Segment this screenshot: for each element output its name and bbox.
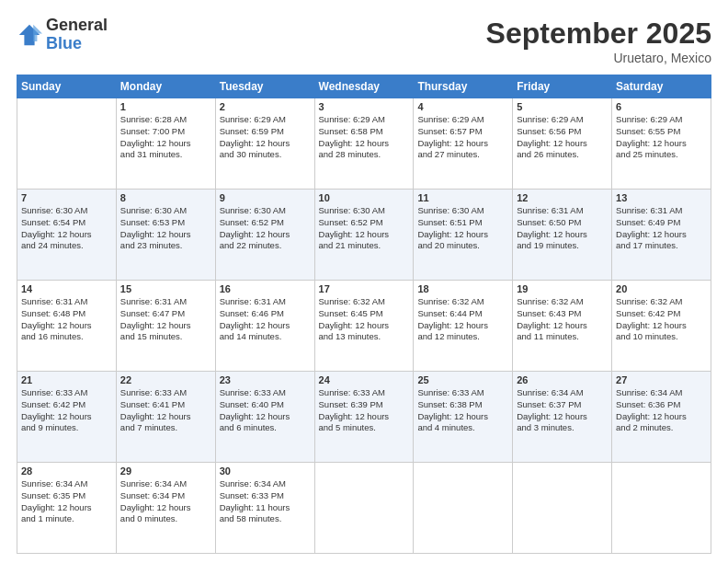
weekday-header-sunday: Sunday	[17, 75, 117, 98]
day-number: 26	[517, 374, 608, 385]
calendar-cell: 2Sunrise: 6:29 AM Sunset: 6:59 PM Daylig…	[215, 98, 314, 190]
calendar-cell: 8Sunrise: 6:30 AM Sunset: 6:53 PM Daylig…	[116, 190, 215, 281]
day-number: 11	[417, 192, 508, 203]
day-number: 10	[319, 192, 410, 203]
cell-content: Sunrise: 6:29 AM Sunset: 6:58 PM Dayligh…	[319, 114, 410, 161]
cell-content: Sunrise: 6:32 AM Sunset: 6:44 PM Dayligh…	[417, 296, 508, 343]
weekday-header-saturday: Saturday	[612, 75, 711, 98]
cell-content: Sunrise: 6:31 AM Sunset: 6:50 PM Dayligh…	[517, 205, 608, 252]
calendar-cell: 26Sunrise: 6:34 AM Sunset: 6:37 PM Dayli…	[513, 372, 612, 463]
calendar-cell	[612, 463, 711, 554]
calendar: SundayMondayTuesdayWednesdayThursdayFrid…	[17, 75, 711, 554]
calendar-cell: 23Sunrise: 6:33 AM Sunset: 6:40 PM Dayli…	[215, 372, 314, 463]
location-subtitle: Uruetaro, Mexico	[486, 51, 711, 65]
day-number: 23	[220, 374, 311, 385]
weekday-row: SundayMondayTuesdayWednesdayThursdayFrid…	[17, 75, 711, 98]
logo-general-text: General	[46, 17, 108, 35]
calendar-header: SundayMondayTuesdayWednesdayThursdayFrid…	[17, 75, 711, 98]
calendar-cell: 15Sunrise: 6:31 AM Sunset: 6:47 PM Dayli…	[116, 281, 215, 372]
calendar-cell	[414, 463, 513, 554]
day-number: 12	[517, 192, 608, 203]
day-number: 16	[220, 283, 311, 294]
calendar-cell: 18Sunrise: 6:32 AM Sunset: 6:44 PM Dayli…	[414, 281, 513, 372]
calendar-cell	[17, 98, 117, 190]
calendar-cell: 6Sunrise: 6:29 AM Sunset: 6:55 PM Daylig…	[612, 98, 711, 190]
svg-marker-1	[33, 25, 42, 41]
day-number: 6	[616, 101, 707, 112]
calendar-cell: 1Sunrise: 6:28 AM Sunset: 7:00 PM Daylig…	[116, 98, 215, 190]
calendar-cell: 20Sunrise: 6:32 AM Sunset: 6:42 PM Dayli…	[612, 281, 711, 372]
day-number: 27	[616, 374, 707, 385]
cell-content: Sunrise: 6:32 AM Sunset: 6:45 PM Dayligh…	[319, 296, 410, 343]
cell-content: Sunrise: 6:29 AM Sunset: 6:59 PM Dayligh…	[220, 114, 311, 161]
calendar-cell: 29Sunrise: 6:34 AM Sunset: 6:34 PM Dayli…	[116, 463, 215, 554]
day-number: 8	[120, 192, 211, 203]
calendar-cell	[314, 463, 414, 554]
day-number: 15	[120, 283, 211, 294]
cell-content: Sunrise: 6:32 AM Sunset: 6:42 PM Dayligh…	[616, 296, 707, 343]
calendar-table: SundayMondayTuesdayWednesdayThursdayFrid…	[17, 75, 711, 554]
weekday-header-friday: Friday	[513, 75, 612, 98]
day-number: 24	[319, 374, 410, 385]
calendar-cell: 13Sunrise: 6:31 AM Sunset: 6:49 PM Dayli…	[612, 190, 711, 281]
day-number: 14	[21, 283, 112, 294]
day-number: 5	[517, 101, 608, 112]
calendar-cell: 25Sunrise: 6:33 AM Sunset: 6:38 PM Dayli…	[414, 372, 513, 463]
week-row-1: 7Sunrise: 6:30 AM Sunset: 6:54 PM Daylig…	[17, 190, 711, 281]
day-number: 3	[319, 101, 410, 112]
calendar-cell: 21Sunrise: 6:33 AM Sunset: 6:42 PM Dayli…	[17, 372, 117, 463]
weekday-header-wednesday: Wednesday	[314, 75, 414, 98]
weekday-header-monday: Monday	[116, 75, 215, 98]
calendar-body: 1Sunrise: 6:28 AM Sunset: 7:00 PM Daylig…	[17, 98, 711, 554]
day-number: 30	[220, 465, 311, 477]
cell-content: Sunrise: 6:31 AM Sunset: 6:49 PM Dayligh…	[616, 205, 707, 252]
cell-content: Sunrise: 6:31 AM Sunset: 6:46 PM Dayligh…	[220, 296, 311, 343]
month-title: September 2025	[486, 17, 711, 51]
cell-content: Sunrise: 6:30 AM Sunset: 6:54 PM Dayligh…	[21, 205, 112, 252]
cell-content: Sunrise: 6:30 AM Sunset: 6:53 PM Dayligh…	[120, 205, 211, 252]
day-number: 17	[319, 283, 410, 294]
cell-content: Sunrise: 6:34 AM Sunset: 6:35 PM Dayligh…	[21, 478, 112, 525]
cell-content: Sunrise: 6:30 AM Sunset: 6:52 PM Dayligh…	[220, 205, 311, 252]
calendar-cell: 12Sunrise: 6:31 AM Sunset: 6:50 PM Dayli…	[513, 190, 612, 281]
calendar-cell: 9Sunrise: 6:30 AM Sunset: 6:52 PM Daylig…	[215, 190, 314, 281]
cell-content: Sunrise: 6:29 AM Sunset: 6:55 PM Dayligh…	[616, 114, 707, 161]
day-number: 7	[21, 192, 112, 203]
logo-text: General Blue	[46, 17, 108, 53]
day-number: 4	[417, 101, 508, 112]
calendar-cell: 3Sunrise: 6:29 AM Sunset: 6:58 PM Daylig…	[314, 98, 414, 190]
logo-blue-text: Blue	[46, 35, 108, 53]
day-number: 19	[517, 283, 608, 294]
calendar-cell: 24Sunrise: 6:33 AM Sunset: 6:39 PM Dayli…	[314, 372, 414, 463]
day-number: 20	[616, 283, 707, 294]
day-number: 21	[21, 374, 112, 385]
calendar-cell: 22Sunrise: 6:33 AM Sunset: 6:41 PM Dayli…	[116, 372, 215, 463]
cell-content: Sunrise: 6:33 AM Sunset: 6:38 PM Dayligh…	[417, 387, 508, 434]
day-number: 25	[417, 374, 508, 385]
title-block: September 2025 Uruetaro, Mexico	[486, 17, 711, 65]
weekday-header-thursday: Thursday	[414, 75, 513, 98]
cell-content: Sunrise: 6:30 AM Sunset: 6:51 PM Dayligh…	[417, 205, 508, 252]
calendar-cell: 17Sunrise: 6:32 AM Sunset: 6:45 PM Dayli…	[314, 281, 414, 372]
cell-content: Sunrise: 6:29 AM Sunset: 6:56 PM Dayligh…	[517, 114, 608, 161]
week-row-0: 1Sunrise: 6:28 AM Sunset: 7:00 PM Daylig…	[17, 98, 711, 190]
calendar-cell: 14Sunrise: 6:31 AM Sunset: 6:48 PM Dayli…	[17, 281, 117, 372]
calendar-cell: 10Sunrise: 6:30 AM Sunset: 6:52 PM Dayli…	[314, 190, 414, 281]
cell-content: Sunrise: 6:32 AM Sunset: 6:43 PM Dayligh…	[517, 296, 608, 343]
logo-icon	[17, 22, 42, 48]
calendar-cell: 28Sunrise: 6:34 AM Sunset: 6:35 PM Dayli…	[17, 463, 117, 554]
cell-content: Sunrise: 6:33 AM Sunset: 6:41 PM Dayligh…	[120, 387, 211, 434]
calendar-cell	[513, 463, 612, 554]
calendar-cell: 30Sunrise: 6:34 AM Sunset: 6:33 PM Dayli…	[215, 463, 314, 554]
cell-content: Sunrise: 6:31 AM Sunset: 6:47 PM Dayligh…	[120, 296, 211, 343]
day-number: 1	[120, 101, 211, 112]
cell-content: Sunrise: 6:34 AM Sunset: 6:37 PM Dayligh…	[517, 387, 608, 434]
cell-content: Sunrise: 6:34 AM Sunset: 6:33 PM Dayligh…	[220, 478, 311, 525]
calendar-cell: 5Sunrise: 6:29 AM Sunset: 6:56 PM Daylig…	[513, 98, 612, 190]
day-number: 28	[21, 465, 112, 477]
weekday-header-tuesday: Tuesday	[215, 75, 314, 98]
cell-content: Sunrise: 6:29 AM Sunset: 6:57 PM Dayligh…	[417, 114, 508, 161]
calendar-cell: 4Sunrise: 6:29 AM Sunset: 6:57 PM Daylig…	[414, 98, 513, 190]
day-number: 9	[220, 192, 311, 203]
logo: General Blue	[17, 17, 108, 53]
